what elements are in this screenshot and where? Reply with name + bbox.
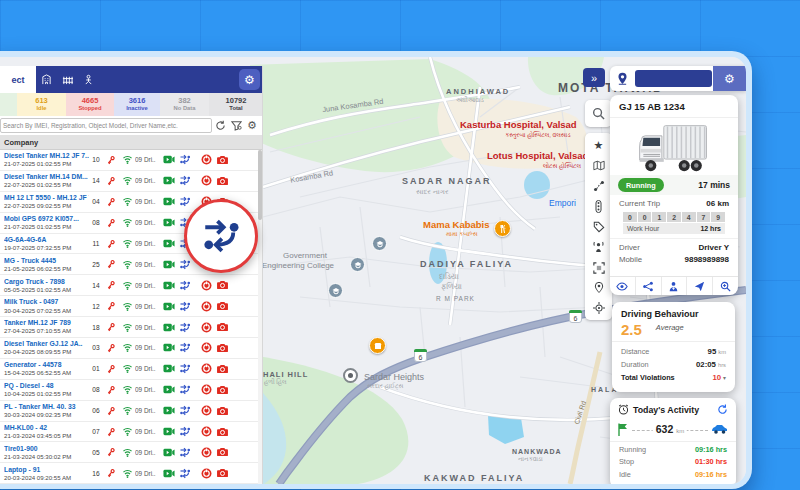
table-row[interactable]: Laptop - 91 20-03-2024 09:20:55 AM 16 09… <box>0 463 263 484</box>
network-person-icon[interactable] <box>78 74 99 85</box>
restaurant-poi-icon[interactable] <box>494 220 511 237</box>
vehicle-name[interactable]: Diesel Tanker GJ.12 JA.. <box>4 340 89 348</box>
vehicle-name[interactable]: MH 12 LT 5550 - MH.12 JF 7... <box>4 194 89 202</box>
driver-short-label[interactable]: 09 Dri.. <box>135 198 161 205</box>
selected-object-field[interactable] <box>635 70 712 87</box>
video-icon[interactable] <box>161 406 177 415</box>
table-row[interactable]: Diesel Tanker MH.14 DM... 22-07-2025 01:… <box>0 171 263 192</box>
driver-short-label[interactable]: 09 Dri.. <box>135 344 161 351</box>
school-poi-icon[interactable] <box>372 236 387 251</box>
route-icon[interactable] <box>177 175 193 186</box>
camera-icon[interactable] <box>214 447 230 457</box>
fence-icon[interactable] <box>57 74 78 85</box>
immobilizer-icon[interactable] <box>198 154 214 165</box>
route-icon[interactable] <box>177 196 193 207</box>
table-row[interactable]: Diesel Tanker GJ.12 JA.. 20-04-2025 08:0… <box>0 338 263 359</box>
table-row[interactable]: PL - Tanker MH. 40. 33 30-03-2024 09:02:… <box>0 401 263 422</box>
vehicle-name[interactable]: Tanker MH.12 JF 789 <box>4 319 89 327</box>
immobilizer-icon[interactable] <box>198 363 214 374</box>
vehicle-name[interactable]: MH-KL00 - 42 <box>4 424 89 432</box>
immobilizer-icon[interactable] <box>198 405 214 416</box>
tab-object[interactable]: ect <box>0 66 36 93</box>
video-icon[interactable] <box>161 364 177 373</box>
vehicle-name[interactable]: Laptop - 91 <box>4 466 89 474</box>
map-settings-button[interactable]: ⚙ <box>713 66 746 91</box>
route-icon[interactable] <box>177 322 193 333</box>
feature-highlight-route-icon[interactable] <box>184 199 258 273</box>
immobilizer-icon[interactable] <box>198 301 214 312</box>
map-type-tool[interactable] <box>585 155 612 175</box>
camera-icon[interactable] <box>214 301 230 311</box>
camera-icon[interactable] <box>214 280 230 290</box>
immobilizer-icon[interactable] <box>198 384 214 395</box>
filter-icon[interactable] <box>228 120 244 131</box>
route-tool[interactable] <box>585 176 612 196</box>
refresh-icon[interactable] <box>212 120 228 131</box>
vehicle-name[interactable]: 4G-6A-4G-6A <box>4 236 89 244</box>
table-row[interactable]: PQ - Diesel - 48 10-04-2025 01:02:55 PM … <box>0 380 263 401</box>
immobilizer-icon[interactable] <box>198 447 214 458</box>
vehicle-name[interactable]: Generator - 44578 <box>4 361 89 369</box>
route-icon[interactable] <box>177 154 193 165</box>
settings-icon[interactable]: ⚙ <box>244 119 260 132</box>
vehicle-name[interactable]: MG - Truck 4445 <box>4 257 89 265</box>
immobilizer-icon[interactable] <box>198 280 214 291</box>
status-running-segment-cut[interactable] <box>0 93 17 116</box>
status-stopped[interactable]: 4665Stopped <box>66 93 114 116</box>
driver-assign-icon[interactable] <box>662 277 688 295</box>
video-icon[interactable] <box>161 239 177 248</box>
list-header-company[interactable]: Company <box>0 135 263 150</box>
camera-icon[interactable] <box>214 322 230 332</box>
vehicle-name[interactable]: Diesel Tanker MH.14 DM... <box>4 173 89 181</box>
video-icon[interactable] <box>161 343 177 352</box>
vehicle-name[interactable]: Tire01-900 <box>4 445 89 453</box>
driver-short-label[interactable]: 09 Dri.. <box>135 240 161 247</box>
immobilizer-icon[interactable] <box>198 426 214 437</box>
violations-row[interactable]: Total Violations 10 ▾ <box>612 371 735 384</box>
list-scrollbar[interactable] <box>258 150 262 484</box>
status-idle[interactable]: 613Idle <box>17 93 66 116</box>
video-icon[interactable] <box>161 385 177 394</box>
driver-short-label[interactable]: 09 Dri.. <box>135 282 161 289</box>
video-icon[interactable] <box>161 469 177 478</box>
driver-short-label[interactable]: 09 Dri.. <box>135 470 161 477</box>
place-poi-icon[interactable] <box>343 368 358 383</box>
video-icon[interactable] <box>161 218 177 227</box>
store-poi-icon[interactable] <box>369 337 386 354</box>
vehicle-name[interactable]: Milk Truck - 0497 <box>4 298 89 306</box>
table-row[interactable]: Milk Truck - 0497 30-04-2025 07:02:55 AM… <box>0 296 263 317</box>
driver-short-label[interactable]: 09 Dri.. <box>135 386 161 393</box>
route-icon[interactable] <box>177 384 193 395</box>
route-icon[interactable] <box>177 301 193 312</box>
route-icon[interactable] <box>177 468 193 479</box>
camera-icon[interactable] <box>214 427 230 437</box>
driver-short-label[interactable]: 09 Dri.. <box>135 428 161 435</box>
collapse-panel-button[interactable]: » <box>583 68 605 87</box>
camera-icon[interactable] <box>214 155 230 165</box>
route-icon[interactable] <box>177 426 193 437</box>
traffic-tool[interactable] <box>585 196 612 216</box>
locate-tool[interactable] <box>585 298 612 318</box>
table-row[interactable]: Tanker MH.12 JF 789 27-04-2025 07:10:55 … <box>0 317 263 338</box>
table-row[interactable]: Generator - 44578 15-04-2025 06:52:55 AM… <box>0 359 263 380</box>
route-icon[interactable] <box>177 259 193 270</box>
video-icon[interactable] <box>161 323 177 332</box>
chevron-down-icon[interactable]: ▾ <box>723 375 726 381</box>
table-row[interactable]: Diesel Tanker MH.12 JF 7... 21-07-2025 0… <box>0 150 263 171</box>
driver-short-label[interactable]: 09 Dri.. <box>135 324 161 331</box>
video-icon[interactable] <box>161 427 177 436</box>
map-search-button[interactable] <box>585 100 612 127</box>
school-poi-icon[interactable] <box>328 283 343 298</box>
route-icon[interactable] <box>177 280 193 291</box>
video-icon[interactable] <box>161 281 177 290</box>
table-row[interactable]: MH-KL00 - 42 21-03-2024 03:45:05 PM 07 0… <box>0 422 263 443</box>
camera-icon[interactable] <box>214 385 230 395</box>
vehicle-name[interactable]: Mobi GPS 6972 KI057... <box>4 215 89 223</box>
fit-screen-tool[interactable] <box>585 257 612 277</box>
status-inactive[interactable]: 3616Inactive <box>114 93 160 116</box>
route-icon[interactable] <box>177 405 193 416</box>
vehicle-name[interactable]: PQ - Diesel - 48 <box>4 382 89 390</box>
video-icon[interactable] <box>161 176 177 185</box>
route-icon[interactable] <box>177 447 193 458</box>
driver-short-label[interactable]: 09 Dri.. <box>135 261 161 268</box>
